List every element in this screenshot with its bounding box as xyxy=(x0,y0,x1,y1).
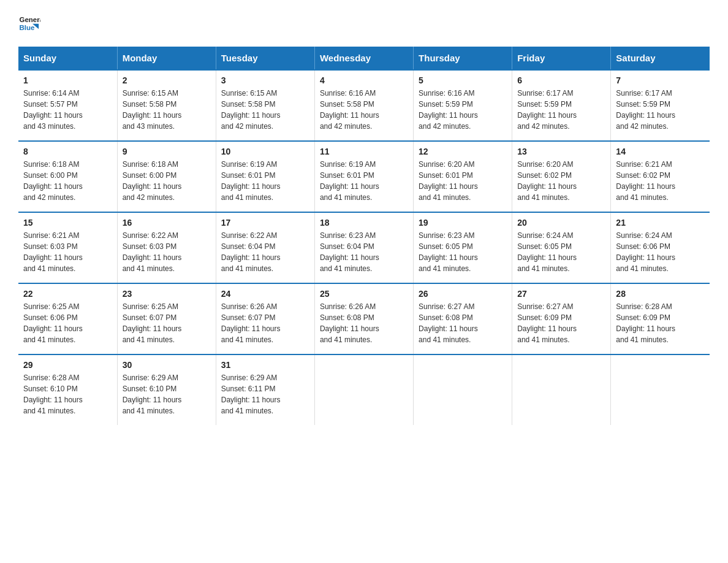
day-info: Sunrise: 6:18 AM Sunset: 6:00 PM Dayligh… xyxy=(123,159,211,203)
day-number: 11 xyxy=(320,147,408,156)
day-number: 4 xyxy=(320,75,408,85)
day-info: Sunrise: 6:18 AM Sunset: 6:00 PM Dayligh… xyxy=(23,159,112,203)
day-number: 1 xyxy=(23,75,112,85)
calendar-cell: 21 Sunrise: 6:24 AM Sunset: 6:06 PM Dayl… xyxy=(611,212,710,283)
calendar-header-row: SundayMondayTuesdayWednesdayThursdayFrid… xyxy=(18,47,710,70)
calendar-cell: 5 Sunrise: 6:16 AM Sunset: 5:59 PM Dayli… xyxy=(414,70,512,141)
calendar-cell: 9 Sunrise: 6:18 AM Sunset: 6:00 PM Dayli… xyxy=(117,141,216,212)
week-row-2: 8 Sunrise: 6:18 AM Sunset: 6:00 PM Dayli… xyxy=(18,141,710,212)
calendar-cell: 27 Sunrise: 6:27 AM Sunset: 6:09 PM Dayl… xyxy=(512,283,611,354)
calendar-cell: 23 Sunrise: 6:25 AM Sunset: 6:07 PM Dayl… xyxy=(117,283,216,354)
day-number: 13 xyxy=(517,147,605,156)
column-header-wednesday: Wednesday xyxy=(314,47,413,70)
day-info: Sunrise: 6:29 AM Sunset: 6:11 PM Dayligh… xyxy=(221,372,309,416)
day-number: 5 xyxy=(419,75,507,85)
day-info: Sunrise: 6:16 AM Sunset: 5:58 PM Dayligh… xyxy=(320,88,408,132)
day-number: 2 xyxy=(123,75,211,85)
week-row-3: 15 Sunrise: 6:21 AM Sunset: 6:03 PM Dayl… xyxy=(18,212,710,283)
column-header-tuesday: Tuesday xyxy=(216,47,314,70)
day-number: 3 xyxy=(221,75,309,85)
day-info: Sunrise: 6:28 AM Sunset: 6:10 PM Dayligh… xyxy=(23,372,112,416)
day-info: Sunrise: 6:21 AM Sunset: 6:03 PM Dayligh… xyxy=(23,230,112,274)
calendar-cell: 25 Sunrise: 6:26 AM Sunset: 6:08 PM Dayl… xyxy=(314,283,413,354)
day-number: 18 xyxy=(320,218,408,228)
day-number: 25 xyxy=(320,289,408,299)
calendar-cell: 26 Sunrise: 6:27 AM Sunset: 6:08 PM Dayl… xyxy=(414,283,512,354)
calendar-cell: 11 Sunrise: 6:19 AM Sunset: 6:01 PM Dayl… xyxy=(314,141,413,212)
day-info: Sunrise: 6:24 AM Sunset: 6:05 PM Dayligh… xyxy=(517,230,605,274)
day-number: 15 xyxy=(23,218,112,228)
calendar-cell xyxy=(512,354,611,425)
column-header-sunday: Sunday xyxy=(18,47,117,70)
calendar-cell: 19 Sunrise: 6:23 AM Sunset: 6:05 PM Dayl… xyxy=(414,212,512,283)
calendar-table: SundayMondayTuesdayWednesdayThursdayFrid… xyxy=(18,47,710,425)
day-info: Sunrise: 6:15 AM Sunset: 5:58 PM Dayligh… xyxy=(221,88,309,132)
calendar-cell: 1 Sunrise: 6:14 AM Sunset: 5:57 PM Dayli… xyxy=(18,70,117,141)
day-info: Sunrise: 6:25 AM Sunset: 6:07 PM Dayligh… xyxy=(123,301,211,345)
calendar-cell: 6 Sunrise: 6:17 AM Sunset: 5:59 PM Dayli… xyxy=(512,70,611,141)
calendar-cell: 31 Sunrise: 6:29 AM Sunset: 6:11 PM Dayl… xyxy=(216,354,314,425)
day-info: Sunrise: 6:15 AM Sunset: 5:58 PM Dayligh… xyxy=(123,88,211,132)
calendar-cell: 29 Sunrise: 6:28 AM Sunset: 6:10 PM Dayl… xyxy=(18,354,117,425)
day-info: Sunrise: 6:20 AM Sunset: 6:02 PM Dayligh… xyxy=(517,159,605,203)
day-number: 31 xyxy=(221,360,309,370)
calendar-cell: 3 Sunrise: 6:15 AM Sunset: 5:58 PM Dayli… xyxy=(216,70,314,141)
page-header: General Blue xyxy=(18,12,710,34)
day-info: Sunrise: 6:20 AM Sunset: 6:01 PM Dayligh… xyxy=(419,159,507,203)
day-info: Sunrise: 6:17 AM Sunset: 5:59 PM Dayligh… xyxy=(517,88,605,132)
calendar-cell: 17 Sunrise: 6:22 AM Sunset: 6:04 PM Dayl… xyxy=(216,212,314,283)
day-number: 23 xyxy=(123,289,211,299)
day-number: 12 xyxy=(419,147,507,156)
day-number: 7 xyxy=(616,75,705,85)
day-number: 26 xyxy=(419,289,507,299)
day-number: 24 xyxy=(221,289,309,299)
day-number: 20 xyxy=(517,218,605,228)
calendar-cell: 15 Sunrise: 6:21 AM Sunset: 6:03 PM Dayl… xyxy=(18,212,117,283)
day-info: Sunrise: 6:26 AM Sunset: 6:07 PM Dayligh… xyxy=(221,301,309,345)
day-info: Sunrise: 6:16 AM Sunset: 5:59 PM Dayligh… xyxy=(419,88,507,132)
svg-text:General: General xyxy=(19,16,40,23)
day-number: 14 xyxy=(616,147,705,156)
day-info: Sunrise: 6:25 AM Sunset: 6:06 PM Dayligh… xyxy=(23,301,112,345)
calendar-cell: 16 Sunrise: 6:22 AM Sunset: 6:03 PM Dayl… xyxy=(117,212,216,283)
day-number: 8 xyxy=(23,147,112,156)
day-info: Sunrise: 6:19 AM Sunset: 6:01 PM Dayligh… xyxy=(320,159,408,203)
calendar-cell: 8 Sunrise: 6:18 AM Sunset: 6:00 PM Dayli… xyxy=(18,141,117,212)
calendar-cell: 14 Sunrise: 6:21 AM Sunset: 6:02 PM Dayl… xyxy=(611,141,710,212)
calendar-cell: 18 Sunrise: 6:23 AM Sunset: 6:04 PM Dayl… xyxy=(314,212,413,283)
day-info: Sunrise: 6:22 AM Sunset: 6:04 PM Dayligh… xyxy=(221,230,309,274)
calendar-cell xyxy=(414,354,512,425)
day-info: Sunrise: 6:17 AM Sunset: 5:59 PM Dayligh… xyxy=(616,88,705,132)
calendar-cell xyxy=(314,354,413,425)
column-header-saturday: Saturday xyxy=(611,47,710,70)
day-info: Sunrise: 6:27 AM Sunset: 6:08 PM Dayligh… xyxy=(419,301,507,345)
week-row-4: 22 Sunrise: 6:25 AM Sunset: 6:06 PM Dayl… xyxy=(18,283,710,354)
day-info: Sunrise: 6:23 AM Sunset: 6:04 PM Dayligh… xyxy=(320,230,408,274)
day-number: 30 xyxy=(123,360,211,370)
day-info: Sunrise: 6:27 AM Sunset: 6:09 PM Dayligh… xyxy=(517,301,605,345)
calendar-cell: 12 Sunrise: 6:20 AM Sunset: 6:01 PM Dayl… xyxy=(414,141,512,212)
day-info: Sunrise: 6:21 AM Sunset: 6:02 PM Dayligh… xyxy=(616,159,705,203)
day-info: Sunrise: 6:24 AM Sunset: 6:06 PM Dayligh… xyxy=(616,230,705,274)
column-header-friday: Friday xyxy=(512,47,611,70)
day-info: Sunrise: 6:26 AM Sunset: 6:08 PM Dayligh… xyxy=(320,301,408,345)
day-number: 27 xyxy=(517,289,605,299)
day-number: 29 xyxy=(23,360,112,370)
week-row-5: 29 Sunrise: 6:28 AM Sunset: 6:10 PM Dayl… xyxy=(18,354,710,425)
calendar-cell: 22 Sunrise: 6:25 AM Sunset: 6:06 PM Dayl… xyxy=(18,283,117,354)
day-number: 16 xyxy=(123,218,211,228)
calendar-cell: 13 Sunrise: 6:20 AM Sunset: 6:02 PM Dayl… xyxy=(512,141,611,212)
day-number: 22 xyxy=(23,289,112,299)
day-number: 10 xyxy=(221,147,309,156)
day-number: 19 xyxy=(419,218,507,228)
calendar-cell: 30 Sunrise: 6:29 AM Sunset: 6:10 PM Dayl… xyxy=(117,354,216,425)
calendar-cell: 28 Sunrise: 6:28 AM Sunset: 6:09 PM Dayl… xyxy=(611,283,710,354)
calendar-cell: 2 Sunrise: 6:15 AM Sunset: 5:58 PM Dayli… xyxy=(117,70,216,141)
day-info: Sunrise: 6:29 AM Sunset: 6:10 PM Dayligh… xyxy=(123,372,211,416)
day-info: Sunrise: 6:23 AM Sunset: 6:05 PM Dayligh… xyxy=(419,230,507,274)
logo: General Blue xyxy=(18,12,42,34)
day-info: Sunrise: 6:28 AM Sunset: 6:09 PM Dayligh… xyxy=(616,301,705,345)
column-header-thursday: Thursday xyxy=(414,47,512,70)
day-number: 28 xyxy=(616,289,705,299)
day-number: 6 xyxy=(517,75,605,85)
